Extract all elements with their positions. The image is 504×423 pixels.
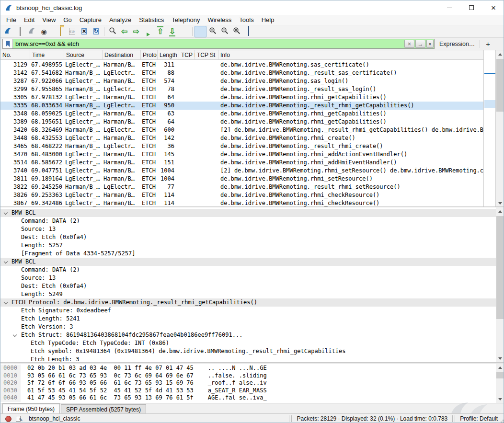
packet-row[interactable]: 330567.978132LgElectr_…Harman/B…ETCH64de… [0,93,483,102]
start-capture-button[interactable] [2,26,14,37]
menu-tools[interactable]: Tools [235,15,257,24]
packet-row[interactable]: 328767.922066LgElectr_…Harman/B…ETCH574d… [0,77,483,85]
packet-row[interactable]: 386769.342486LgElectr_…Harman/B…ETCH114d… [0,199,483,206]
packet-row[interactable]: 374069.047751LgElectr_…Harman/B…ETCH1004… [0,167,483,175]
detail-row[interactable]: Etch Struct: 861948136403868104fdc295867… [0,331,496,339]
detail-row[interactable]: Etch Signature: 0xdeadbeef [0,307,496,315]
close-file-button[interactable]: × [78,26,90,37]
detail-row[interactable]: BMW BCL [0,258,496,266]
byte-tab-frame[interactable]: Frame (950 bytes) [2,403,60,414]
detail-row[interactable]: Dest: Etch (0x0fa4) [0,233,496,241]
add-filter-button[interactable]: + [480,40,496,48]
scroll-down-icon[interactable] [496,199,504,207]
packet-row[interactable]: 334868.059025LgElectr_…Harman/B…ETCH63de… [0,110,483,118]
profile-selector[interactable]: Profile: Default [460,415,498,422]
filter-dropdown-button[interactable]: ▾ [426,40,434,48]
go-to-packet-button[interactable] [142,26,154,37]
detail-row[interactable]: Etch Length: 5241 [0,315,496,323]
column-header-time[interactable]: Time [30,50,64,59]
display-filter-input[interactable] [13,39,404,48]
packet-row[interactable]: 382269.245250Harman/B_…LgElectr…ETCH77de… [0,183,483,191]
expression-button[interactable]: Expression… [439,41,475,47]
resize-columns-button[interactable] [242,26,254,37]
menu-capture[interactable]: Capture [76,15,105,24]
detail-row[interactable]: Length: 5249 [0,290,496,298]
restart-capture-button[interactable] [26,26,38,37]
find-packet-button[interactable] [106,26,118,37]
reload-file-button[interactable]: ↻ [90,26,102,37]
packet-row[interactable]: 344868.432553LgElectr_…Harman/B…ETCH142d… [0,134,483,142]
packet-row[interactable]: 346568.468222Harman/B_…LgElectr…ETCH36de… [0,142,483,150]
packet-row[interactable]: 342068.326469Harman/B_…LgElectr…ETCH600[… [0,126,483,134]
hex-row[interactable]: 001093 05 66 61 6c 73 65 93 0c 73 6c 69 … [0,372,496,380]
go-forward-button[interactable]: ⇨ [130,26,142,37]
detail-row[interactable]: Command: DATA (2) [0,266,496,274]
capture-comment-icon[interactable]: ✎ [15,415,22,422]
scroll-down-icon[interactable] [496,395,504,403]
detail-row[interactable]: Length: 5257 [0,241,496,250]
zoom-in-button[interactable] [206,26,218,37]
filter-bookmark-button[interactable] [3,39,13,48]
scrollbar-thumb[interactable] [496,59,504,112]
save-file-button[interactable]: 010 [66,26,78,37]
details-scrollbar[interactable] [496,207,504,362]
detail-row[interactable]: ETCH Protocol: de.bmw.idrive.BMWRemoting… [0,298,496,307]
detail-row[interactable]: [Fragment of Data 4334-5257/5257] [0,250,496,258]
packet-row[interactable]: 329967.955865Harman/B_…LgElectr…ETCH78de… [0,85,483,93]
menu-wireless[interactable]: Wireless [204,15,235,24]
scrollbar-thumb[interactable] [496,216,504,319]
packet-row[interactable]: 347068.483000LgElectr_…Harman/B…ETCH145d… [0,150,483,159]
packet-row[interactable]: 338968.195651LgElectr_…Harman/B…ETCH64de… [0,118,483,126]
auto-scroll-button[interactable] [178,26,190,37]
zoom-100-button[interactable] [230,26,242,37]
menu-edit[interactable]: Edit [20,15,38,24]
scrollbar-thumb[interactable] [496,372,504,378]
hex-row[interactable]: 004041 47 45 93 05 66 61 6c 73 65 93 13 … [0,394,496,402]
menu-analyze[interactable]: Analyze [105,15,135,24]
packet-row[interactable]: 312967.498955LgElectr_…Harman/B…ETCH311d… [0,61,483,69]
byte-tab-spp-assembled[interactable]: SPP Assembled (5257 bytes) [61,404,146,413]
menu-file[interactable]: File [2,15,20,24]
go-first-packet-button[interactable]: ⇧ [154,26,166,37]
detail-row[interactable]: Dest: Etch (0x0fa4) [0,282,496,290]
packet-row[interactable]: 381169.189164LgElectr_…Harman/B…ETCH1004… [0,175,483,183]
detail-row[interactable]: Command: DATA (2) [0,217,496,225]
resize-grip[interactable] [499,418,504,423]
detail-row[interactable]: Source: 13 [0,225,496,233]
menu-view[interactable]: View [38,15,59,24]
scroll-up-icon[interactable] [496,207,504,215]
column-header-length[interactable]: Length [158,50,179,59]
packet-list-scrollbar[interactable] [496,50,504,207]
menu-go[interactable]: Go [59,15,75,24]
stop-capture-button[interactable] [14,26,26,37]
menu-help[interactable]: Help [258,15,278,24]
zoom-out-button[interactable] [218,26,230,37]
colorize-packets-button[interactable] [195,26,206,37]
maximize-button[interactable] [460,0,482,15]
packet-row[interactable]: 314267.541682Harman/B_…LgElectr…ETCH88de… [0,69,483,77]
intelligent-scrollbar-minimap[interactable] [483,50,496,207]
open-file-button[interactable] [54,26,66,37]
detail-row[interactable]: Etch Length: 3 [0,355,496,362]
menu-telephony[interactable]: Telephony [168,15,204,24]
menu-statistics[interactable]: Statistics [135,15,168,24]
hex-row[interactable]: 003061 5f 53 45 41 54 5f 52 45 41 52 5f … [0,387,496,395]
packet-row[interactable]: 333568.033634Harman/B_…LgElectr…ETCH950d… [0,102,483,110]
detail-row[interactable]: Etch Version: 3 [0,323,496,331]
detail-row[interactable]: Source: 13 [0,274,496,282]
close-button[interactable]: × [482,0,504,15]
column-header-destination[interactable]: Destination [103,50,141,59]
hex-row[interactable]: 00205f 72 6f 6f 66 93 05 66 61 6c 73 65 … [0,379,496,387]
scroll-down-icon[interactable] [496,354,504,362]
bytes-scrollbar[interactable] [496,364,504,403]
go-back-button[interactable]: ⇦ [118,26,130,37]
go-last-packet-button[interactable]: ⇩ [166,26,178,37]
column-header-tcp-l[interactable]: TCP L [179,50,195,59]
hex-row[interactable]: 000002 0b 20 b1 03 ad 03 4e 00 11 ff 4e … [0,365,496,372]
column-header-source[interactable]: Source [64,50,103,59]
column-header-info[interactable]: Info [218,50,496,59]
detail-row[interactable]: Etch symbol: 0x19481364 (0x19481364) de.… [0,347,496,355]
filter-apply-button[interactable]: → [415,40,425,48]
scroll-up-icon[interactable] [496,50,504,58]
detail-row[interactable]: Etch TypeCode: Etch TypeCode: INT (0x86) [0,339,496,347]
